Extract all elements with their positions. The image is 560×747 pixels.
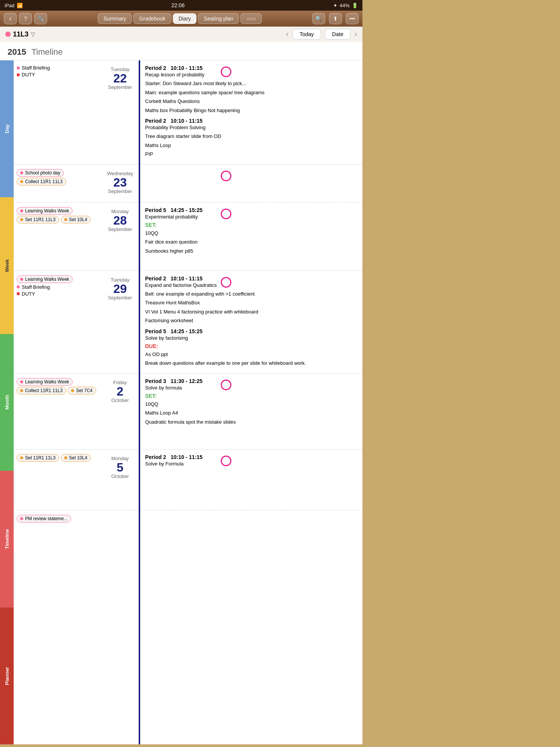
content-sep29: Period 2 10:10 - 11:15 Expand and factor… [139,271,362,373]
tab-gradebook[interactable]: Gradebook [133,13,171,24]
date-number: 22 [113,72,127,84]
tab-seating-plan[interactable]: Seating plan [198,13,239,24]
help-button[interactable]: ? [19,13,32,24]
share-icon[interactable]: ⬆ [329,13,342,24]
status-bar: iPad 📶 22:06 ✦ 44% 🔋 [0,0,362,11]
dot-set7c4 [71,389,74,392]
period-detail: As OD ppt [145,351,356,358]
prev-chevron[interactable]: ‹ [286,29,288,39]
period-detail: Maths Loop [145,142,356,149]
period-subtitle: Recap lesson of probability [145,72,356,78]
dot-learning-walks3 [20,380,23,383]
dot-duty2 [17,292,20,295]
date-oct2: Friday 2 October [101,374,139,449]
period-title: Period 3 11:30 - 12:25 [145,378,356,384]
event-label: Staff Briefing [22,284,50,290]
search-icon[interactable]: 🔍 [312,13,325,24]
event-label: Learning Walks Week [25,208,69,214]
list-item: Collect 11R1 11L3 [17,178,66,185]
period-title: Period 2 10:10 - 11:15 [145,275,356,282]
date-number: 2 [117,385,123,397]
event-label: Staff Briefing [22,65,50,71]
period-title: Period 2 10:10 - 11:15 [145,454,356,460]
table-row: Learning Walks Week Collect 11R1 11L3 Se… [14,374,362,449]
events-sep23: School photo day Collect 11R1 11L3 [14,165,101,202]
settings-button[interactable]: 🔧 [34,13,47,24]
due-label: DUE: [145,343,356,349]
sidebar-item-week[interactable]: Week [0,197,14,334]
view-name: Timeline [32,47,63,57]
period-detail: Break down questions after example to on… [145,359,356,367]
period-title: Period 2 10:10 - 11:15 [145,118,356,124]
event-label: PM review stateme... [25,516,68,521]
date-sep28: Monday 28 September [101,203,139,271]
dot-set10l4-2 [64,456,67,459]
timeline-rows: Staff Briefing DUTY Tuesday 22 September… [14,60,362,744]
period-title: Period 5 14:25 - 15:25 [145,328,356,334]
date-month: September [108,84,132,90]
dot-set10l4 [64,218,67,221]
period-detail: Tree diagram starter slide from OD [145,133,356,140]
event-label: Collect 11R1 11L3 [25,179,63,184]
sidebar-item-day[interactable]: Day [0,60,14,197]
period-detail: VI Vol 1 Menu 4 factorising practice wit… [145,308,356,316]
list-item: Learning Walks Week [17,275,73,283]
today-button[interactable]: Today [293,29,321,40]
tab-diary[interactable]: Diary [173,13,197,24]
status-left: iPad 📶 [5,3,23,8]
dot-learning-walks2 [20,278,23,281]
events-oct5: Set 11R1 11L3 Set 10L4 [14,449,101,510]
class-name: 11L3 [13,30,28,38]
nav-right: 🔍 ⬆ ••• [312,13,359,24]
dot-set11r1-2 [20,456,23,459]
date-number: 29 [113,283,127,295]
list-item: Staff Briefing [17,284,98,290]
period-detail: Maths box Probability Bingo Not happenin… [145,107,356,114]
year-title: 2015 Timeline [0,42,362,60]
event-label: DUTY [22,291,35,297]
period-detail: Corbett Maths Questions [145,98,356,105]
period-subtitle: Expand and factorise Quadratics [145,282,356,288]
sidebar-item-planner[interactable]: Planner [0,608,14,744]
back-button[interactable]: ‹ [4,13,17,24]
side-tabs: Day Week Month Timeline Planner [0,60,14,744]
list-item: Set 10L4 [61,216,91,223]
events-extra: PM review stateme... [14,510,101,533]
class-nav: ‹ Today Date › [286,29,357,40]
date-button[interactable]: Date [325,29,351,40]
event-label: DUTY [22,72,35,78]
list-item: Staff Briefing [17,65,98,71]
event-label: Set 7C4 [76,388,92,393]
list-item: DUTY [17,291,98,297]
events-sep22: Staff Briefing DUTY [14,60,101,164]
timeline-dot [221,209,231,219]
status-time: 22:06 [171,2,185,8]
tab-more[interactable]: ○○○ [240,13,261,24]
table-row: School photo day Collect 11R1 11L3 Wedne… [14,165,362,203]
period-detail: Fair dice exam question [145,238,356,246]
list-item: Set 7C4 [68,387,96,394]
next-chevron[interactable]: › [354,29,357,39]
class-dot [5,32,11,37]
battery-icon: 🔋 [352,3,358,8]
date-month: October [111,397,129,403]
more-icon[interactable]: ••• [346,13,359,24]
sidebar-item-timeline[interactable]: Timeline [0,471,14,608]
tab-summary[interactable]: Summary [98,13,132,24]
event-label: School photo day [25,170,60,176]
date-month: September [108,188,132,194]
table-row: Learning Walks Week Staff Briefing DUTY … [14,271,362,374]
period-detail: Factorising worksheet [145,317,356,324]
sidebar-item-month[interactable]: Month [0,334,14,471]
period-title: Period 2 10:10 - 11:15 [145,65,356,71]
period-subtitle: Solve by formula [145,385,356,391]
event-label: Set 11R1 11L3 [25,217,55,222]
event-label: Collect 11R1 11L3 [25,388,63,393]
table-row: Set 11R1 11L3 Set 10L4 Monday 5 October … [14,449,362,510]
period-subtitle: Probability Problem Solving [145,125,356,130]
list-item: Learning Walks Week [17,207,73,215]
dot-staff-briefing2 [17,285,20,288]
filter-icon[interactable]: ▽ [31,31,35,37]
list-item: Set 11R1 11L3 [17,454,59,462]
date-extra [101,510,139,533]
